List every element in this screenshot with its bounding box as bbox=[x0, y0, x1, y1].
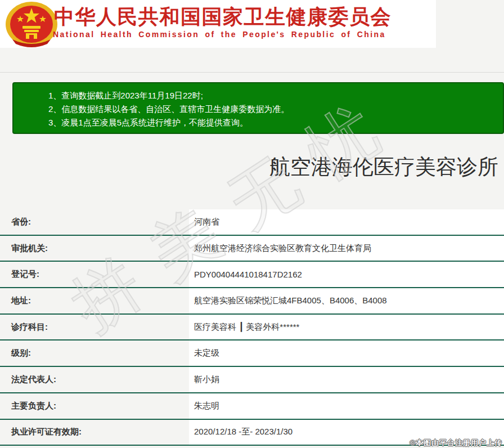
field-label: 登记号: bbox=[0, 262, 189, 287]
field-value: 朱志明 bbox=[189, 393, 504, 419]
field-value: 河南省 bbox=[189, 209, 504, 235]
field-value: 未定级 bbox=[189, 341, 504, 366]
field-label: 诊疗科目: bbox=[0, 315, 189, 340]
header-divider bbox=[0, 72, 504, 73]
table-row: 审批机关: 郑州航空港经济综合实验区教育文化卫生体育局 bbox=[0, 236, 504, 262]
institution-name-title: 航空港海伦医疗美容诊所 bbox=[269, 153, 498, 181]
field-label: 地址: bbox=[0, 288, 189, 313]
upload-copyright-stamp: ©本图由平台注册用户上传 bbox=[410, 438, 502, 448]
field-label: 级别: bbox=[0, 341, 189, 366]
field-label: 执业许可证有效期: bbox=[0, 420, 189, 445]
notice-line-1: 1、查询数据截止到2023年11月19日22时; bbox=[48, 89, 503, 102]
notice-line-2: 2、信息数据结果以各省、自治区、直辖市卫生健康委数据为准。 bbox=[48, 102, 503, 116]
field-value: 医疗美容科 ┃ 美容外科****** bbox=[189, 315, 504, 340]
field-label: 主要负责人: bbox=[0, 393, 189, 419]
query-notice-panel: 1、查询数据截止到2023年11月19日22时; 2、信息数据结果以各省、自治区… bbox=[12, 82, 504, 134]
national-emblem-icon bbox=[4, 1, 58, 47]
table-row: 地址: 航空港实验区锦荣悦汇城4FB4005、B4006、B4008 bbox=[0, 288, 504, 315]
table-row: 主要负责人: 朱志明 bbox=[0, 393, 504, 420]
table-row: 法定代表人: 靳小娟 bbox=[0, 367, 504, 393]
field-value: 郑州航空港经济综合实验区教育文化卫生体育局 bbox=[189, 236, 504, 261]
header-title-english: National Health Commission of the People… bbox=[53, 30, 386, 39]
field-label: 审批机关: bbox=[0, 236, 189, 261]
site-header: 中华人民共和国国家卫生健康委员会 National Health Commiss… bbox=[0, 0, 436, 48]
notice-line-3: 3、凌晨1点至凌晨5点系统进行维护，不能提供查询。 bbox=[48, 116, 503, 129]
field-label: 法定代表人: bbox=[0, 367, 189, 392]
field-label: 省份: bbox=[0, 209, 189, 235]
table-row: 级别: 未定级 bbox=[0, 341, 504, 367]
table-row: 省份: 河南省 bbox=[0, 209, 504, 236]
field-value: PDY00404441018417D2162 bbox=[189, 262, 504, 287]
table-row: 登记号: PDY00404441018417D2162 bbox=[0, 262, 504, 288]
header-title-chinese: 中华人民共和国国家卫生健康委员会 bbox=[54, 3, 392, 31]
institution-info-table: 省份: 河南省 审批机关: 郑州航空港经济综合实验区教育文化卫生体育局 登记号:… bbox=[0, 209, 504, 446]
field-value: 靳小娟 bbox=[189, 367, 504, 392]
table-row: 诊疗科目: 医疗美容科 ┃ 美容外科****** bbox=[0, 315, 504, 341]
field-value: 航空港实验区锦荣悦汇城4FB4005、B4006、B4008 bbox=[189, 288, 504, 313]
